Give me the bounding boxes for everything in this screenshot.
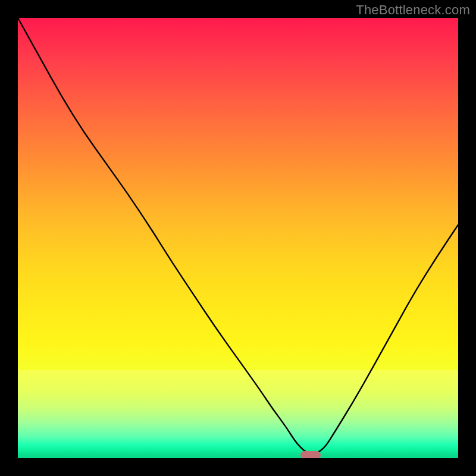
app-frame: TheBottleneck.com <box>0 0 476 476</box>
watermark-text: TheBottleneck.com <box>356 2 470 18</box>
bottleneck-curve <box>18 18 458 454</box>
plot-area <box>18 18 458 458</box>
optimum-marker <box>300 451 321 458</box>
curve-svg <box>18 18 458 458</box>
